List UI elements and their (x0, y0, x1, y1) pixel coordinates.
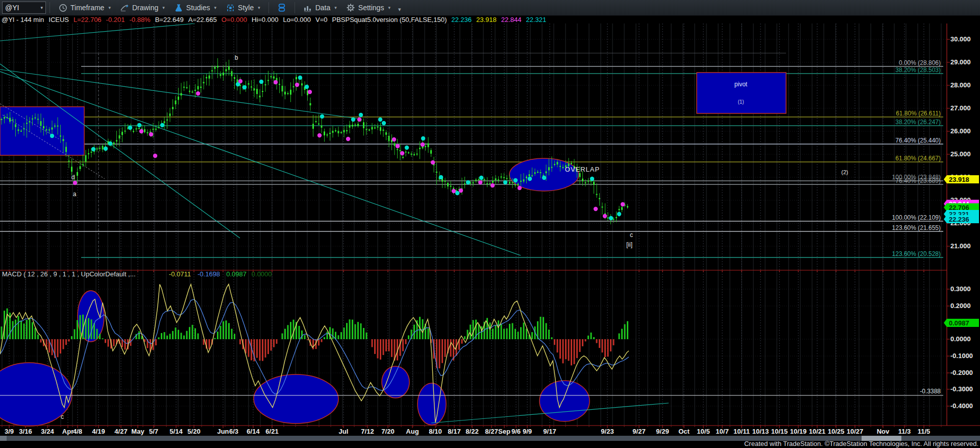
svg-text:23.918: 23.918 (949, 176, 969, 183)
svg-text:61.80% (24.667): 61.80% (24.667) (895, 155, 941, 162)
svg-text:-0.2000: -0.2000 (950, 369, 973, 376)
chart-canvas[interactable]: 0.00% (28.806)38.20% (28.503)61.80% (26.… (0, 23, 980, 436)
quote-segment: 22.844 (501, 16, 522, 23)
chevron-down-icon: ▾ (388, 5, 390, 10)
menu-drawing[interactable]: Drawing ▾ (115, 1, 169, 14)
svg-text:10/19: 10/19 (790, 428, 807, 435)
svg-text:8/27: 8/27 (485, 428, 498, 435)
svg-text:0.0987: 0.0987 (949, 319, 969, 327)
candlesticks (1, 58, 629, 224)
svg-text:27.000: 27.000 (950, 104, 971, 112)
style-icon (226, 3, 235, 12)
svg-text:-0.0711: -0.0711 (169, 270, 191, 278)
svg-text:25.000: 25.000 (950, 150, 971, 158)
quote-segment: @YI - 144 min (2, 16, 44, 23)
macd-annotation: c (61, 413, 64, 420)
svg-text:Jul: Jul (339, 428, 349, 435)
svg-text:Apr: Apr (62, 428, 74, 435)
scrollbar-left-stub[interactable] (0, 436, 7, 441)
svg-text:10/15: 10/15 (771, 428, 788, 435)
clock-icon (58, 3, 67, 12)
chevron-down-icon: ▾ (334, 5, 337, 10)
svg-text:9/9: 9/9 (523, 428, 532, 435)
svg-text:3/16: 3/16 (19, 428, 32, 435)
svg-text:(2): (2) (841, 169, 848, 175)
svg-text:3/24: 3/24 (41, 428, 54, 435)
drawing-pen-icon (120, 3, 129, 12)
svg-text:Aug: Aug (406, 428, 419, 435)
svg-text:0.0000: 0.0000 (950, 335, 971, 343)
svg-text:10/27: 10/27 (847, 428, 864, 435)
svg-text:4/19: 4/19 (92, 428, 105, 435)
credit-text: Created with TradeStation. ©TradeStation… (744, 440, 978, 447)
grid-lines (0, 23, 947, 426)
menu-style[interactable]: Style ▾ (221, 1, 265, 14)
svg-text:May: May (131, 428, 144, 435)
svg-text:38.20% (28.503): 38.20% (28.503) (895, 66, 941, 74)
menu-data[interactable]: Data ▾ (299, 1, 341, 14)
studies-flask-icon (174, 3, 183, 12)
svg-text:9/29: 9/29 (656, 428, 669, 435)
menu-label: Drawing (132, 4, 158, 12)
svg-text:8/22: 8/22 (465, 428, 478, 435)
chevron-down-icon: ▾ (162, 5, 165, 10)
quote-segment: -0.88% (129, 16, 150, 23)
svg-text:6/3: 6/3 (229, 428, 238, 435)
menu-settings[interactable]: Settings ▾ (341, 1, 395, 14)
chevron-down-icon: ▾ (108, 5, 111, 10)
svg-text:22.236: 22.236 (949, 216, 969, 223)
time-axis[interactable]: 3/93/163/24Apr4/84/194/27May5/75/145/20J… (5, 428, 930, 435)
menu-label: Data (315, 4, 331, 12)
menu-studies[interactable]: Studies ▾ (169, 1, 221, 14)
svg-text:OVERLAP: OVERLAP (565, 166, 600, 173)
svg-text:Oct: Oct (678, 428, 690, 435)
quote-segment: Hi=0.000 (252, 16, 278, 23)
svg-text:MACD ( 12 , 26 , 9 , 1 , 1 , U: MACD ( 12 , 26 , 9 , 1 , 1 , UpColorDefa… (2, 270, 136, 278)
chevron-down-icon: ▾ (214, 5, 217, 10)
quote-segment: 22.321 (526, 16, 547, 23)
price-axis[interactable]: 30.00029.00028.00027.00026.00025.00024.0… (0, 23, 980, 428)
svg-text:Sep: Sep (498, 428, 510, 435)
svg-text:5/20: 5/20 (187, 428, 200, 435)
symbol-selector[interactable]: @YI ▾ (2, 2, 46, 14)
svg-text:6/14: 6/14 (247, 428, 260, 435)
svg-text:4/27: 4/27 (114, 428, 127, 435)
svg-text:pivot: pivot (734, 81, 748, 88)
svg-text:3/9: 3/9 (5, 428, 14, 435)
svg-text:c: c (630, 231, 633, 239)
menu-label: Style (238, 4, 254, 12)
svg-text:0.0987: 0.0987 (226, 270, 247, 278)
svg-text:5/14: 5/14 (169, 428, 183, 435)
menu-timeframe[interactable]: Timeframe ▾ (54, 1, 115, 14)
quote-segment: O=0.000 (222, 16, 247, 23)
svg-text:Jun: Jun (217, 428, 229, 435)
svg-text:123.60% (20.528): 123.60% (20.528) (892, 250, 941, 257)
quote-segment: V=0 (315, 16, 328, 23)
quote-segment: L=22.706 (74, 16, 102, 23)
svg-text:d: d (71, 174, 75, 181)
tradestation-window: @YI ▾ Timeframe ▾ Drawing ▾ Studies ▾ (0, 0, 980, 448)
menu-label: Settings (358, 4, 384, 12)
svg-text:28.000: 28.000 (950, 81, 971, 89)
svg-text:10/21: 10/21 (809, 428, 826, 435)
toolbar: @YI ▾ Timeframe ▾ Drawing ▾ Studies ▾ (0, 0, 980, 16)
svg-text:-0.4000: -0.4000 (950, 402, 973, 410)
svg-text:38.20% (26.247): 38.20% (26.247) (895, 119, 941, 126)
svg-text:0.0000: 0.0000 (252, 270, 272, 278)
svg-text:9/17: 9/17 (543, 428, 556, 435)
svg-text:10/5: 10/5 (697, 428, 709, 435)
svg-text:61.80% (26.611): 61.80% (26.611) (896, 110, 941, 117)
price-badge: 0.0987 (944, 319, 979, 327)
link-charts-button[interactable] (273, 1, 291, 14)
price-badge: 22.236 (944, 215, 979, 223)
toolbar-overflow-chevron-icon[interactable]: ▾ (398, 6, 401, 13)
svg-text:c: c (61, 413, 64, 420)
svg-text:26.000: 26.000 (950, 127, 971, 135)
svg-text:b: b (235, 54, 238, 61)
svg-text:100.00% (22.109): 100.00% (22.109) (892, 214, 941, 221)
svg-text:Nov: Nov (877, 428, 890, 435)
quote-segment: -0.201 (106, 16, 125, 23)
link-charts-icon (277, 3, 286, 12)
quote-segment: Lo=0.000 (283, 16, 311, 23)
svg-text:-0.1000: -0.1000 (950, 352, 973, 360)
